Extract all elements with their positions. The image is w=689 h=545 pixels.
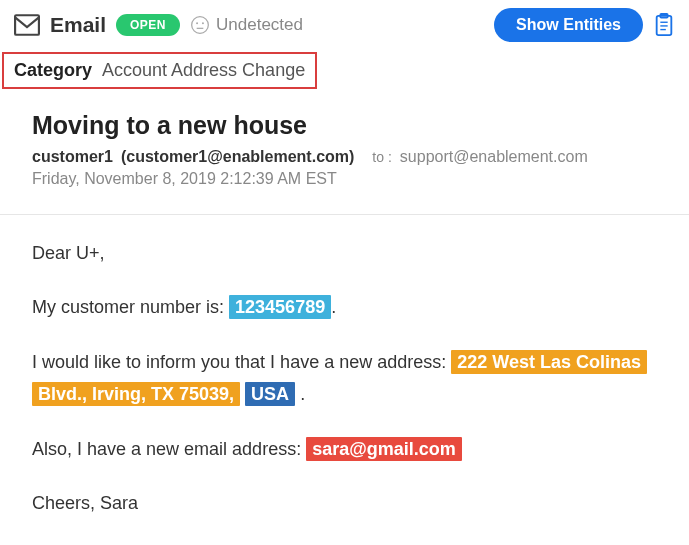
envelope-icon	[14, 14, 40, 36]
status-badge: OPEN	[116, 14, 180, 36]
category-highlight-box: Category Account Address Change	[2, 52, 317, 89]
body-line-customer-number: My customer number is: 123456789.	[32, 291, 657, 323]
body-line-email: Also, I have a new email address: sara@g…	[32, 433, 657, 465]
entity-customer-number: 123456789	[229, 295, 331, 319]
sentiment-indicator: Undetected	[190, 15, 303, 35]
svg-point-1	[192, 17, 209, 34]
email-date: Friday, November 8, 2019 2:12:39 AM EST	[32, 170, 657, 188]
from-name: customer1	[32, 148, 113, 166]
closing: Cheers, Sara	[32, 487, 657, 519]
svg-point-2	[196, 22, 198, 24]
to-label: to :	[372, 149, 391, 165]
svg-point-3	[202, 22, 204, 24]
email-subject: Moving to a new house	[32, 111, 657, 140]
channel-type-label: Email	[50, 13, 106, 37]
entity-country: USA	[245, 382, 295, 406]
to-email: support@enablement.com	[400, 148, 588, 166]
email-body: Dear U+, My customer number is: 12345678…	[0, 215, 689, 545]
body-line-address-2: Blvd., Irving, TX 75039, USA .	[32, 378, 657, 410]
body-line-address: I would like to inform you that I have a…	[32, 346, 657, 378]
sentiment-label: Undetected	[216, 15, 303, 35]
show-entities-button[interactable]: Show Entities	[494, 8, 643, 42]
entity-email: sara@gmail.com	[306, 437, 462, 461]
clipboard-icon[interactable]	[653, 13, 675, 37]
greeting: Dear U+,	[32, 237, 657, 269]
entity-address-part1: 222 West Las Colinas	[451, 350, 647, 374]
email-header-bar: Email OPEN Undetected Show Entities	[0, 0, 689, 50]
category-value: Account Address Change	[102, 60, 305, 81]
entity-address-part2: Blvd., Irving, TX 75039,	[32, 382, 240, 406]
category-label: Category	[14, 60, 92, 81]
neutral-face-icon	[190, 15, 210, 35]
email-meta: Moving to a new house customer1 (custome…	[0, 89, 689, 198]
from-email: (customer1@enablement.com)	[121, 148, 354, 166]
svg-rect-0	[15, 15, 39, 35]
